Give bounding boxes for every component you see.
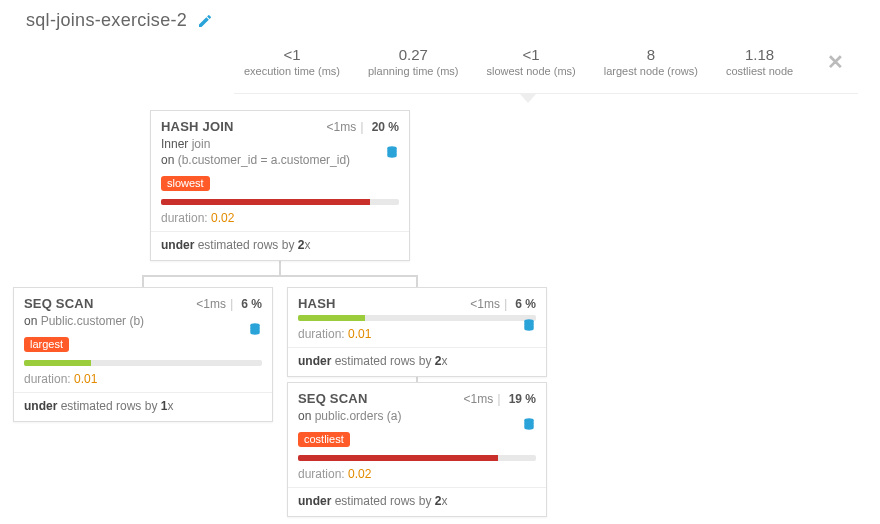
duration-text: duration: 0.02 [288,463,546,487]
node-pct: 20 % [372,120,399,134]
database-icon [248,322,262,336]
badge-largest: largest [24,337,69,352]
duration-text: duration: 0.01 [288,323,546,347]
connector [142,275,144,287]
node-title: HASH JOIN [161,119,234,134]
node-time: <1ms [327,120,357,134]
node-pct: 6 % [515,297,536,311]
estimate-text: under estimated rows by 2x [288,488,546,516]
node-title: SEQ SCAN [24,296,94,311]
node-hash[interactable]: HASH <1ms | 6 % duration: 0.01 under est… [287,287,547,377]
duration-bar [298,315,536,321]
node-time: <1ms [464,392,494,406]
node-time: <1ms [470,297,500,311]
estimate-text: under estimated rows by 2x [151,232,409,260]
duration-text: duration: 0.01 [14,368,272,392]
badge-costliest: costliest [298,432,350,447]
node-detail: Inner join on (b.customer_id = a.custome… [151,136,409,172]
node-detail: on Public.customer (b) [14,313,272,333]
node-hash-join[interactable]: HASH JOIN <1ms | 20 % Inner join on (b.c… [150,110,410,261]
database-icon [522,318,536,332]
node-title: SEQ SCAN [298,391,368,406]
connector [416,275,418,287]
node-seq-scan-customer[interactable]: SEQ SCAN <1ms | 6 % on Public.customer (… [13,287,273,422]
node-title: HASH [298,296,336,311]
node-pct: 19 % [509,392,536,406]
node-time: <1ms [196,297,226,311]
duration-bar [24,360,262,366]
connector [142,275,418,277]
node-detail: on public.orders (a) [288,408,546,428]
duration-text: duration: 0.02 [151,207,409,231]
badge-slowest: slowest [161,176,210,191]
duration-bar [161,199,399,205]
estimate-text: under estimated rows by 1x [14,393,272,421]
database-icon [385,145,399,159]
node-pct: 6 % [241,297,262,311]
estimate-text: under estimated rows by 2x [288,348,546,376]
node-seq-scan-orders[interactable]: SEQ SCAN <1ms | 19 % on public.orders (a… [287,382,547,517]
duration-bar [298,455,536,461]
database-icon [522,417,536,431]
